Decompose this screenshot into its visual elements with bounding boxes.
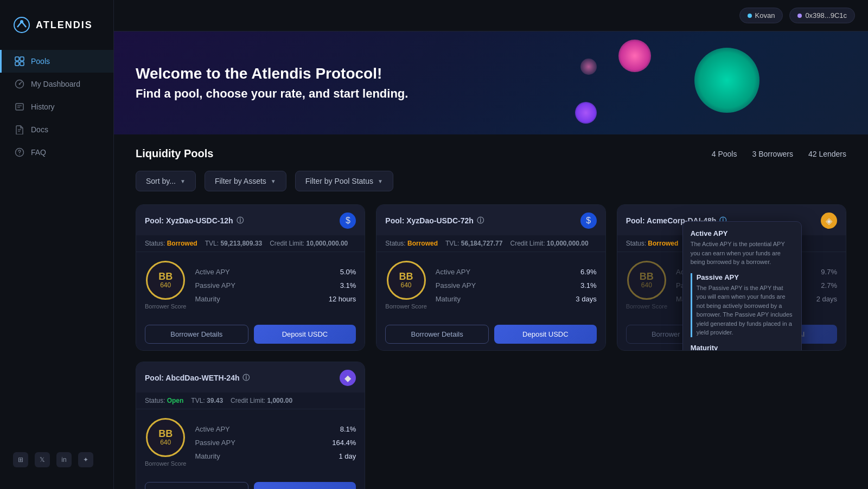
pool-card-4-tvl: 39.43 <box>207 397 223 404</box>
faq-icon <box>15 147 24 157</box>
pool-card-4-credit: 1,000.00 <box>267 397 292 404</box>
sort-by-filter[interactable]: Sort by... ▼ <box>136 171 196 191</box>
apy-tooltip: Active APY The Active APY is the potenti… <box>682 221 802 351</box>
sidebar-item-dashboard[interactable]: My Dashboard <box>0 73 113 95</box>
pool-card-1-borrower-details-btn[interactable]: Borrower Details <box>145 325 248 344</box>
assets-filter[interactable]: Filter by Assets ▼ <box>205 171 286 191</box>
pool-card-1-score-num: 640 <box>160 281 171 289</box>
svg-rect-2 <box>15 57 19 61</box>
pools-stats: 4 Pools 3 Borrowers 42 Lenders <box>712 150 846 158</box>
pool-card-1-score: BB 640 Borrower Score <box>145 261 186 310</box>
pool-card-3-borrower-label: Borrower Score <box>626 303 667 310</box>
sort-chevron-icon: ▼ <box>180 178 186 184</box>
pool-card-3-active-apy: 9.7% <box>821 268 837 276</box>
pool-card-4-score: BB 640 Borrower Score <box>145 418 186 467</box>
pool-status-label: Filter by Pool Status <box>305 177 373 185</box>
main-content: Kovan 0x398...9C1c Welcome to the Atlend… <box>114 0 868 489</box>
metric-row: Maturity 12 hours <box>195 292 356 306</box>
social-linkedin[interactable]: in <box>56 452 72 467</box>
stat-borrowers: 3 Borrowers <box>752 150 793 158</box>
orb-3 <box>575 102 597 124</box>
pool-card-4-metrics: Active APY 8.1% Passive APY 164.4% Matur… <box>195 422 356 463</box>
pool-card-4-actions: Borrower Details Deposit WETH <box>136 475 365 489</box>
pool-card-4-score-num: 640 <box>160 439 171 446</box>
social-links: ⊞ 𝕏 in ✦ <box>0 441 113 478</box>
pool-card-1: Pool: XyzDao-USDC-12h ⓘ $ Status: Borrow… <box>136 204 365 351</box>
banner-text: Welcome to the Atlendis Protocol! Find a… <box>136 65 408 101</box>
svg-rect-3 <box>20 57 24 61</box>
network-selector[interactable]: Kovan <box>739 8 783 23</box>
pool-card-2-tvl: 56,184,727.77 <box>461 240 503 247</box>
pool-card-4-info-icon[interactable]: ⓘ <box>242 373 250 383</box>
pool-card-4-borrower-label: Borrower Score <box>145 460 186 467</box>
tooltip-active-apy-title: Active APY <box>691 229 794 237</box>
pool-card-1-maturity: 12 hours <box>329 295 356 303</box>
pool-card-1-body: BB 640 Borrower Score Active APY 5.0% <box>136 252 365 318</box>
content-area: Welcome to the Atlendis Protocol! Find a… <box>114 31 868 489</box>
pool-card-2-active-apy: 6.9% <box>580 268 597 276</box>
wallet-address[interactable]: 0x398...9C1c <box>789 8 855 23</box>
assets-label: Filter by Assets <box>215 177 266 185</box>
pool-status-chevron-icon: ▼ <box>378 178 383 184</box>
svg-rect-5 <box>20 62 24 66</box>
wallet-status-dot <box>797 14 802 18</box>
sort-label: Sort by... <box>146 177 176 185</box>
pool-card-3-score-circle: BB 640 <box>627 261 666 300</box>
pool-card-2-info-icon[interactable]: ⓘ <box>477 216 484 226</box>
topbar: Kovan 0x398...9C1c <box>114 0 868 31</box>
filter-bar: Sort by... ▼ Filter by Assets ▼ Filter b… <box>136 171 846 191</box>
sidebar-item-faq[interactable]: FAQ <box>0 141 113 164</box>
banner-decoration <box>416 31 868 134</box>
pool-card-2-grade: BB <box>399 272 413 281</box>
pool-card-4-score-circle: BB 640 <box>146 418 185 457</box>
pool-card-4-status: Open <box>167 397 184 404</box>
assets-chevron-icon: ▼ <box>271 178 276 184</box>
social-twitter[interactable]: 𝕏 <box>35 452 50 467</box>
social-discord[interactable]: ⊞ <box>13 452 28 467</box>
docs-icon <box>15 125 24 134</box>
pool-card-1-status-bar: Status: Borrowed TVL: 59,213,809.33 Cred… <box>136 235 365 252</box>
sidebar-item-history[interactable]: History <box>0 95 113 118</box>
pool-card-3: Pool: AcmeCorp-DAI-48h ⓘ ◈ Status: Borro… <box>617 204 846 351</box>
pool-card-4-maturity: 1 day <box>339 452 356 460</box>
pool-card-4-borrower-details-btn[interactable]: Borrower Details <box>145 482 248 489</box>
tooltip-passive-apy-text: The Passive APY is the APY that you will… <box>697 284 794 337</box>
sidebar-item-pools[interactable]: Pools <box>0 50 113 73</box>
pools-grid: Pool: XyzDao-USDC-12h ⓘ $ Status: Borrow… <box>136 204 846 351</box>
pool-card-4-passive-apy: 164.4% <box>332 439 356 447</box>
network-status-dot <box>748 14 752 18</box>
pool-card-1-borrower-label: Borrower Score <box>145 303 186 310</box>
banner-subheadline: Find a pool, choose your rate, and start… <box>136 87 408 101</box>
sidebar-label-dashboard: My Dashboard <box>31 80 80 88</box>
pool-card-1-info-icon[interactable]: ⓘ <box>237 216 244 226</box>
pool-card-1-status: Borrowed <box>167 240 197 247</box>
pool-status-filter[interactable]: Filter by Pool Status ▼ <box>295 171 393 191</box>
svg-rect-8 <box>16 104 23 110</box>
pool-card-3-maturity: 2 days <box>816 295 837 303</box>
pool-card-2-actions: Borrower Details Deposit USDC <box>376 318 605 350</box>
pool-card-4-header: Pool: AbcdDao-WETH-24h ⓘ ◆ <box>136 362 365 393</box>
social-other[interactable]: ✦ <box>78 452 93 467</box>
network-label: Kovan <box>755 11 775 20</box>
pool-card-2-badge: $ <box>580 213 597 229</box>
pool-card-1-deposit-btn[interactable]: Deposit USDC <box>254 325 356 344</box>
metric-row: Active APY 5.0% <box>195 265 356 279</box>
stat-lenders: 42 Lenders <box>808 150 846 158</box>
pool-card-2-borrower-label: Borrower Score <box>385 303 426 310</box>
logo: ATLENDIS <box>0 11 113 50</box>
pool-card-2-deposit-btn[interactable]: Deposit USDC <box>494 325 597 344</box>
banner-headline: Welcome to the Atlendis Protocol! <box>136 65 408 82</box>
sidebar-label-faq: FAQ <box>31 148 46 157</box>
metric-row: Maturity 1 day <box>195 449 356 463</box>
pool-card-2-borrower-details-btn[interactable]: Borrower Details <box>385 325 489 344</box>
pool-card-4-deposit-btn[interactable]: Deposit WETH <box>254 482 356 489</box>
wallet-label: 0x398...9C1c <box>805 11 847 20</box>
pool-card-3-score: BB 640 Borrower Score <box>626 261 667 310</box>
tooltip-maturity-title: Maturity <box>691 344 794 351</box>
sidebar-item-docs[interactable]: Docs <box>0 118 113 141</box>
pool-card-3-badge: ◈ <box>821 213 837 229</box>
pool-card-2-score-circle: BB 640 <box>387 261 426 300</box>
stat-pools: 4 Pools <box>712 150 737 158</box>
tooltip-maturity: Maturity Maturity is the amount of time … <box>691 344 794 351</box>
sidebar-label-pools: Pools <box>31 57 50 66</box>
